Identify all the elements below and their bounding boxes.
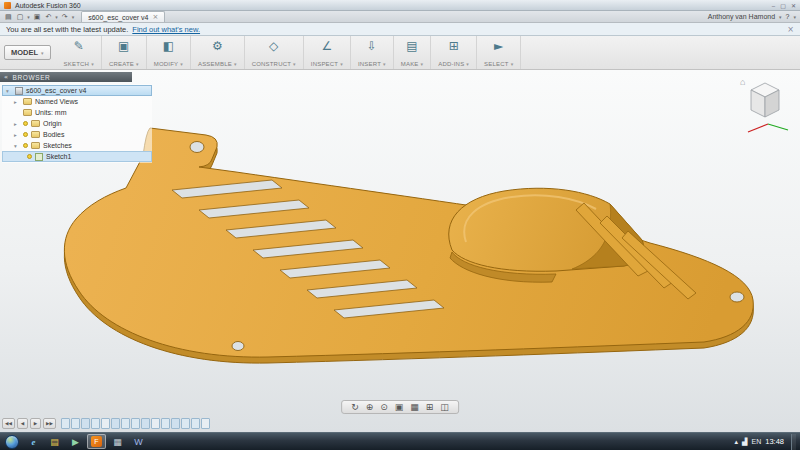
timeline-feature-icon[interactable]: [81, 418, 90, 429]
timeline-feature-icon[interactable]: [131, 418, 140, 429]
toolbar-group-create[interactable]: ▣ CREATE▾: [102, 36, 147, 69]
document-tab[interactable]: s600_esc_cover v4 ×: [81, 11, 165, 22]
visibility-bulb-icon[interactable]: [27, 154, 32, 159]
file-caret-icon[interactable]: ▾: [27, 14, 30, 20]
tree-item-origin[interactable]: ▸ Origin: [2, 118, 152, 129]
collapse-panel-icon[interactable]: «: [4, 73, 9, 81]
tree-item-sketches[interactable]: ▾ Sketches: [2, 140, 152, 151]
browser-panel-header[interactable]: « BROWSER: [0, 72, 132, 82]
user-name[interactable]: Anthony van Hamond: [708, 13, 775, 20]
timeline-feature-icon[interactable]: [121, 418, 130, 429]
media-player-icon[interactable]: ▶: [66, 434, 85, 449]
network-icon[interactable]: ▟: [742, 438, 747, 446]
maximize-icon[interactable]: ▢: [780, 2, 786, 9]
save-icon[interactable]: ▣: [33, 13, 42, 21]
toolbar-group-addins[interactable]: ⊞ ADD-INS▾: [431, 36, 477, 69]
undo-caret-icon[interactable]: ▾: [55, 14, 58, 20]
close-icon[interactable]: ✕: [791, 2, 796, 9]
plate-top-face[interactable]: [64, 128, 753, 357]
clock[interactable]: 13:48: [765, 437, 784, 446]
tree-item-units[interactable]: Units: mm: [2, 107, 152, 118]
expand-icon[interactable]: ▸: [14, 99, 20, 105]
toolbar-group-modify[interactable]: ◧ MODIFY▾: [147, 36, 191, 69]
tree-root-row[interactable]: ▾ s600_esc_cover v4: [2, 85, 152, 96]
chevron-down-icon[interactable]: ▾: [136, 61, 139, 67]
visibility-bulb-icon[interactable]: [23, 121, 28, 126]
chevron-down-icon[interactable]: ▾: [293, 61, 296, 67]
timeline-end-icon[interactable]: ▶▶: [43, 418, 56, 429]
toolbar-group-make[interactable]: ▤ MAKE▾: [394, 36, 432, 69]
timeline-feature-icon[interactable]: [61, 418, 70, 429]
chevron-down-icon[interactable]: ▾: [234, 61, 237, 67]
toolbar-group-sketch[interactable]: ✎ SKETCH▾: [57, 36, 102, 69]
timeline-feature-icon[interactable]: [151, 418, 160, 429]
chevron-down-icon[interactable]: ▾: [91, 61, 94, 67]
workspace-selector[interactable]: MODEL ▾: [4, 45, 51, 60]
timeline-feature-icon[interactable]: [101, 418, 110, 429]
show-desktop-button[interactable]: [791, 434, 796, 450]
file-menu-icon[interactable]: ▢: [16, 13, 25, 21]
construct-icon[interactable]: ◇: [269, 39, 278, 53]
sketch-icon[interactable]: ✎: [74, 39, 84, 53]
viewports-icon[interactable]: ◫: [440, 401, 449, 413]
language-indicator[interactable]: EN: [751, 438, 761, 445]
start-button[interactable]: [5, 435, 19, 449]
timeline-feature-icon[interactable]: [191, 418, 200, 429]
expand-icon[interactable]: ▸: [14, 121, 20, 127]
redo-icon[interactable]: ↷: [61, 13, 69, 21]
help-icon[interactable]: ?: [786, 13, 790, 20]
modify-icon[interactable]: ◧: [163, 39, 174, 53]
addins-icon[interactable]: ⊞: [449, 39, 459, 53]
timeline-feature-icon[interactable]: [71, 418, 80, 429]
windows-explorer-icon[interactable]: ▤: [45, 434, 64, 449]
expand-icon[interactable]: ▸: [14, 132, 20, 138]
orbit-icon[interactable]: ↻: [351, 401, 359, 413]
data-panel-icon[interactable]: ▤: [4, 13, 13, 21]
pan-icon[interactable]: ⊕: [366, 401, 374, 413]
timeline-feature-icon[interactable]: [201, 418, 210, 429]
tray-expand-icon[interactable]: ▴: [735, 438, 739, 446]
timeline-feature-icon[interactable]: [111, 418, 120, 429]
visibility-bulb-icon[interactable]: [23, 143, 28, 148]
chevron-down-icon[interactable]: ▾: [383, 61, 386, 67]
timeline-feature-icon[interactable]: [171, 418, 180, 429]
timeline-feature-icon[interactable]: [141, 418, 150, 429]
help-caret-icon[interactable]: ▾: [793, 14, 796, 20]
app-icon[interactable]: ▦: [108, 434, 127, 449]
tree-item-named-views[interactable]: ▸ Named Views: [2, 96, 152, 107]
tree-item-sketch1[interactable]: Sketch1: [2, 151, 152, 162]
fusion-360-taskbar-icon[interactable]: F: [87, 434, 106, 449]
display-settings-icon[interactable]: ▦: [410, 401, 419, 413]
insert-icon[interactable]: ⇩: [367, 39, 377, 53]
timeline-feature-icon[interactable]: [181, 418, 190, 429]
zoom-icon[interactable]: ⊙: [380, 401, 388, 413]
create-icon[interactable]: ▣: [118, 39, 129, 53]
visibility-bulb-icon[interactable]: [23, 132, 28, 137]
tree-item-bodies[interactable]: ▸ Bodies: [2, 129, 152, 140]
grid-settings-icon[interactable]: ⊞: [426, 401, 434, 413]
expand-icon[interactable]: ▾: [6, 88, 12, 94]
chevron-down-icon[interactable]: ▾: [180, 61, 183, 67]
select-icon[interactable]: ►: [494, 39, 503, 53]
chevron-down-icon[interactable]: ▾: [511, 61, 514, 67]
inspect-icon[interactable]: ∠: [321, 39, 332, 53]
user-caret-icon[interactable]: ▾: [779, 14, 782, 20]
assemble-icon[interactable]: ⚙: [212, 39, 223, 53]
undo-icon[interactable]: ↶: [44, 13, 52, 21]
internet-explorer-icon[interactable]: e: [24, 434, 43, 449]
app-icon[interactable]: W: [129, 434, 148, 449]
redo-caret-icon[interactable]: ▾: [72, 14, 75, 20]
timeline-begin-icon[interactable]: ◀◀: [2, 418, 15, 429]
model-viewport[interactable]: « BROWSER ▾ s600_esc_cover v4 ▸ Named Vi…: [0, 70, 800, 432]
timeline-play-icon[interactable]: ▶: [30, 418, 41, 429]
view-cube[interactable]: ⌂: [738, 74, 792, 138]
chevron-down-icon[interactable]: ▾: [340, 61, 343, 67]
toolbar-group-inspect[interactable]: ∠ INSPECT▾: [304, 36, 351, 69]
notification-close-icon[interactable]: ×: [787, 25, 794, 34]
tab-close-icon[interactable]: ×: [153, 13, 159, 21]
whats-new-link[interactable]: Find out what's new.: [132, 25, 200, 34]
expand-icon[interactable]: ▾: [14, 143, 20, 149]
timeline-feature-icon[interactable]: [161, 418, 170, 429]
home-icon[interactable]: ⌂: [740, 77, 745, 87]
toolbar-group-select[interactable]: ► SELECT▾: [477, 36, 521, 69]
